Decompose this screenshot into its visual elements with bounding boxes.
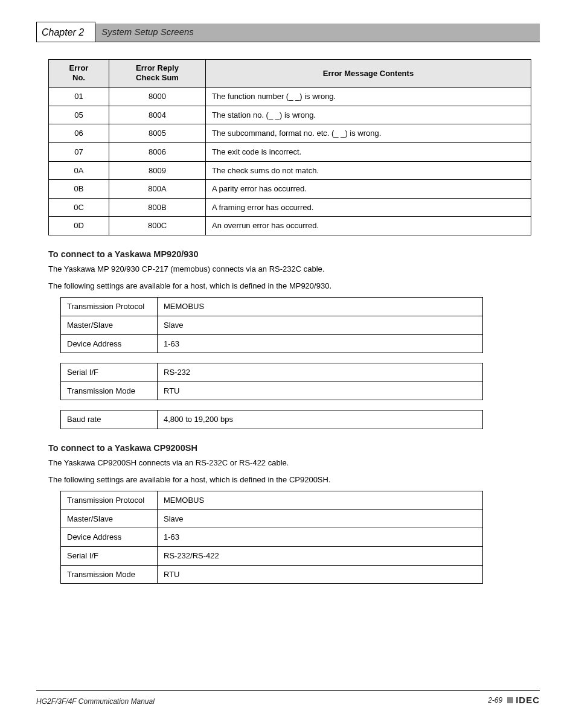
- cell-param-value: RTU: [158, 382, 483, 400]
- cell-error-msg: A parity error has occurred.: [206, 180, 531, 199]
- logo-square-icon: [507, 697, 513, 703]
- table-row: Master/SlaveSlave: [61, 509, 483, 528]
- cell-param-value: RS-232/RS-422: [158, 546, 483, 565]
- chapter-label: Chapter 2: [36, 22, 95, 42]
- section-mp920-p1: The Yaskawa MP 920/930 CP-217 (memobus) …: [48, 264, 540, 275]
- table-row: Transmission ModeRTU: [61, 565, 483, 584]
- table-row: Serial I/FRS-232: [61, 363, 483, 382]
- footer-page-number: 2-69: [488, 695, 502, 705]
- cell-param-name: Transmission Protocol: [61, 298, 158, 316]
- cell-param-name: Transmission Mode: [61, 382, 158, 400]
- table-row: Serial I/FRS-232/RS-422: [61, 546, 483, 565]
- table-row: 068005The subcommand, format no. etc. (_…: [49, 124, 531, 143]
- col-error-checksum: Error ReplyCheck Sum: [109, 59, 206, 88]
- mp920-table-1: Transmission ProtocolMEMOBUSMaster/Slave…: [60, 297, 483, 353]
- cell-error-checksum: 800A: [109, 180, 206, 199]
- col-error-msg: Error Message Contents: [206, 59, 531, 88]
- cell-param-value: 1-63: [158, 528, 483, 547]
- cp9200-table-1: Transmission ProtocolMEMOBUSMaster/Slave…: [60, 491, 483, 584]
- cell-param-name: Device Address: [61, 334, 158, 353]
- table-row: 078006The exit code is incorrect.: [49, 143, 531, 162]
- table-row: 0A8009The check sums do not match.: [49, 161, 531, 180]
- cell-error-msg: The station no. (_ _) is wrong.: [206, 106, 531, 124]
- cell-error-no: 0D: [49, 217, 109, 235]
- cell-error-msg: The function number (_ _) is wrong.: [206, 88, 531, 106]
- table-row: 058004The station no. (_ _) is wrong.: [49, 106, 531, 124]
- table-row: Baud rate4,800 to 19,200 bps: [61, 410, 483, 429]
- cell-error-msg: The exit code is incorrect.: [206, 143, 531, 162]
- section-mp920-title: To connect to a Yaskawa MP920/930: [48, 249, 540, 261]
- cell-error-no: 01: [49, 88, 109, 106]
- page-footer: HG2F/3F/4F Communication Manual 2-69 IDE…: [36, 690, 540, 706]
- cell-param-value: 1-63: [158, 334, 483, 353]
- cell-error-msg: A framing error has occurred.: [206, 198, 531, 217]
- table-row: 018000The function number (_ _) is wrong…: [49, 88, 531, 106]
- cell-param-name: Master/Slave: [61, 509, 158, 528]
- cell-error-no: 0C: [49, 198, 109, 217]
- cell-param-name: Master/Slave: [61, 316, 158, 334]
- col-error-no: ErrorNo.: [49, 59, 109, 88]
- cell-param-value: Slave: [158, 316, 483, 334]
- cell-error-checksum: 800C: [109, 217, 206, 235]
- table-row: 0D800CAn overrun error has occurred.: [49, 217, 531, 235]
- cell-param-value: 4,800 to 19,200 bps: [158, 410, 483, 429]
- cell-param-value: RTU: [158, 565, 483, 584]
- page-header: Chapter 2 System Setup Screens: [36, 22, 540, 42]
- table-row: Device Address1-63: [61, 334, 483, 353]
- cell-error-no: 0B: [49, 180, 109, 199]
- chapter-title: System Setup Screens: [95, 24, 540, 42]
- section-cp9200-p1: The Yaskawa CP9200SH connects via an RS-…: [48, 458, 540, 468]
- cell-error-checksum: 8000: [109, 88, 206, 106]
- footer-manual-title: HG2F/3F/4F Communication Manual: [36, 697, 155, 706]
- table-row: Transmission ProtocolMEMOBUS: [61, 298, 483, 316]
- cell-error-no: 05: [49, 106, 109, 124]
- cell-error-checksum: 8004: [109, 106, 206, 124]
- cell-param-value: MEMOBUS: [158, 298, 483, 316]
- section-mp920-p2: The following settings are available for…: [48, 281, 540, 292]
- cell-error-msg: An overrun error has occurred.: [206, 217, 531, 235]
- idec-logo: IDEC: [507, 694, 540, 706]
- cell-error-checksum: 8009: [109, 161, 206, 180]
- logo-text: IDEC: [516, 694, 540, 706]
- mp920-table-2: Serial I/FRS-232Transmission ModeRTU: [60, 363, 483, 400]
- cell-param-name: Baud rate: [61, 410, 158, 429]
- cell-param-name: Device Address: [61, 528, 158, 547]
- mp920-table-3: Baud rate4,800 to 19,200 bps: [60, 410, 483, 429]
- cell-param-name: Transmission Protocol: [61, 491, 158, 510]
- cell-param-value: MEMOBUS: [158, 491, 483, 510]
- section-cp9200-title: To connect to a Yaskawa CP9200SH: [48, 442, 540, 455]
- cell-error-checksum: 8005: [109, 124, 206, 143]
- cell-error-no: 0A: [49, 161, 109, 180]
- table-row: 0C800BA framing error has occurred.: [49, 198, 531, 217]
- cell-error-checksum: 8006: [109, 143, 206, 162]
- cell-param-value: Slave: [158, 509, 483, 528]
- cell-error-msg: The subcommand, format no. etc. (_ _) is…: [206, 124, 531, 143]
- table-row: Transmission ModeRTU: [61, 382, 483, 400]
- section-cp9200-p2: The following settings are available for…: [48, 474, 540, 485]
- table-row: Master/SlaveSlave: [61, 316, 483, 334]
- cell-error-no: 06: [49, 124, 109, 143]
- cell-error-no: 07: [49, 143, 109, 162]
- cell-param-name: Transmission Mode: [61, 565, 158, 584]
- cell-error-msg: The check sums do not match.: [206, 161, 531, 180]
- error-table: ErrorNo. Error ReplyCheck Sum Error Mess…: [48, 59, 531, 235]
- cell-param-name: Serial I/F: [61, 546, 158, 565]
- table-row: Device Address1-63: [61, 528, 483, 547]
- cell-error-checksum: 800B: [109, 198, 206, 217]
- table-row: 0B800AA parity error has occurred.: [49, 180, 531, 199]
- cell-param-value: RS-232: [158, 363, 483, 382]
- table-row: Transmission ProtocolMEMOBUS: [61, 491, 483, 510]
- cell-param-name: Serial I/F: [61, 363, 158, 382]
